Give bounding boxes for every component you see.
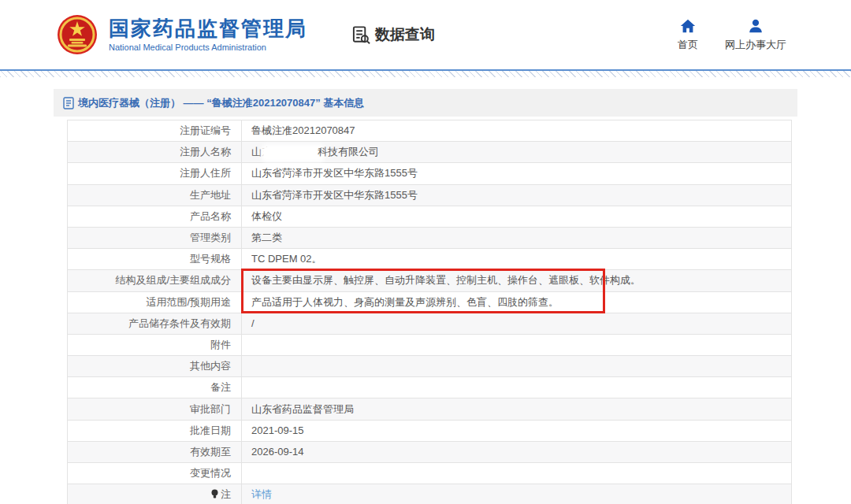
user-icon [747,17,764,35]
field-value: 2026-09-14 [242,441,792,462]
table-row: 注册人名称 山东科技有限公司 [68,142,792,163]
field-label: 注册证编号 [68,120,242,142]
field-value: 产品适用于人体视力、身高的测量及声源辨别、色盲、四肢的筛查。 [242,291,792,313]
table-row-highlighted: 结构及组成/主要组成成分设备主要由显示屏、触控屏、自动升降装置、控制主机、操作台… [68,270,792,291]
org-name-en: National Medical Products Administration [109,43,307,52]
field-label: 其他内容 [68,356,242,377]
field-label: 变更情况 [68,463,242,484]
redaction-blur [264,147,322,159]
site-header: 国家药品监督管理局 National Medical Products Admi… [0,0,851,69]
field-label-note: 注 [68,484,242,504]
table-row: 有效期至2026-09-14 [68,441,792,462]
field-value: 山东省菏泽市开发区中华东路1555号 [242,184,792,206]
field-label: 注册人住所 [68,163,242,184]
field-value: 山东省药品监督管理局 [242,398,792,420]
field-label: 产品名称 [68,206,242,227]
table-row: 变更情况 [68,463,792,484]
table-row: 批准日期2021-09-15 [68,420,792,441]
nav-home[interactable]: 首页 [678,17,698,52]
field-value [242,463,792,484]
field-label: 备注 [68,377,242,398]
data-query-label: 数据查询 [375,24,435,45]
data-query-tab[interactable]: 数据查询 [351,24,435,45]
table-row: 审批部门山东省药品监督管理局 [68,398,792,420]
page-title: 境内医疗器械（注册） —— “鲁械注准20212070847” 基本信息 [78,96,364,110]
field-value [242,334,792,355]
field-label: 附件 [68,334,242,355]
field-label: 型号规格 [68,249,242,270]
header-nav: 首页 网上办事大厅 [678,17,786,52]
table-row: 其他内容 [68,356,792,377]
bulb-icon [210,489,219,499]
table-row: 管理类别第二类 [68,227,792,248]
field-value: 鲁械注准20212070847 [242,120,792,142]
table-row: 型号规格TC DPEM 02。 [68,249,792,270]
home-icon [679,17,697,35]
hatch-band [0,71,851,77]
national-emblem-icon [57,14,98,55]
page-title-bar: 境内医疗器械（注册） —— “鲁械注准20212070847” 基本信息 [54,89,797,117]
detail-link[interactable]: 详情 [251,488,272,500]
field-label: 产品储存条件及有效期 [68,313,242,334]
registration-info-table: 注册证编号鲁械注准20212070847 注册人名称 山东科技有限公司 注册人住… [67,120,792,504]
field-value [242,377,792,398]
field-value [242,356,792,377]
field-value: / [242,313,792,334]
field-value: TC DPEM 02。 [242,249,792,270]
nav-service-hall-label: 网上办事大厅 [725,38,786,52]
field-value: 山东省菏泽市开发区中华东路1555号 [242,163,792,184]
field-value: 详情 [242,484,792,504]
field-value: 体检仪 [242,206,792,227]
table-row: 注册人住所山东省菏泽市开发区中华东路1555号 [68,163,792,184]
site-logo[interactable]: 国家药品监督管理局 National Medical Products Admi… [57,14,307,55]
table-row-highlighted: 适用范围/预期用途产品适用于人体视力、身高的测量及声源辨别、色盲、四肢的筛查。 [68,291,792,313]
field-label: 审批部门 [68,398,242,420]
table-row: 产品储存条件及有效期/ [68,313,792,334]
table-row: 备注 [68,377,792,398]
document-search-icon [351,25,371,45]
document-icon [63,97,74,109]
field-value: 第二类 [242,227,792,248]
table-row: 注 详情 [68,484,792,504]
table-row: 产品名称体检仪 [68,206,792,227]
org-name-cn: 国家药品监督管理局 [109,17,307,41]
table-row: 注册证编号鲁械注准20212070847 [68,120,792,142]
field-label: 有效期至 [68,441,242,462]
field-label: 管理类别 [68,227,242,248]
field-label: 注册人名称 [68,142,242,163]
table-row: 附件 [68,334,792,355]
nav-home-label: 首页 [678,38,698,52]
table-row: 生产地址山东省菏泽市开发区中华东路1555号 [68,184,792,206]
nav-service-hall[interactable]: 网上办事大厅 [725,17,786,52]
field-label: 批准日期 [68,420,242,441]
field-label: 生产地址 [68,184,242,206]
field-value: 设备主要由显示屏、触控屏、自动升降装置、控制主机、操作台、遮眼板、软件构成。 [242,270,792,291]
field-label: 结构及组成/主要组成成分 [68,270,242,291]
field-value: 山东科技有限公司 [242,142,792,163]
field-label: 适用范围/预期用途 [68,291,242,313]
field-value: 2021-09-15 [242,420,792,441]
